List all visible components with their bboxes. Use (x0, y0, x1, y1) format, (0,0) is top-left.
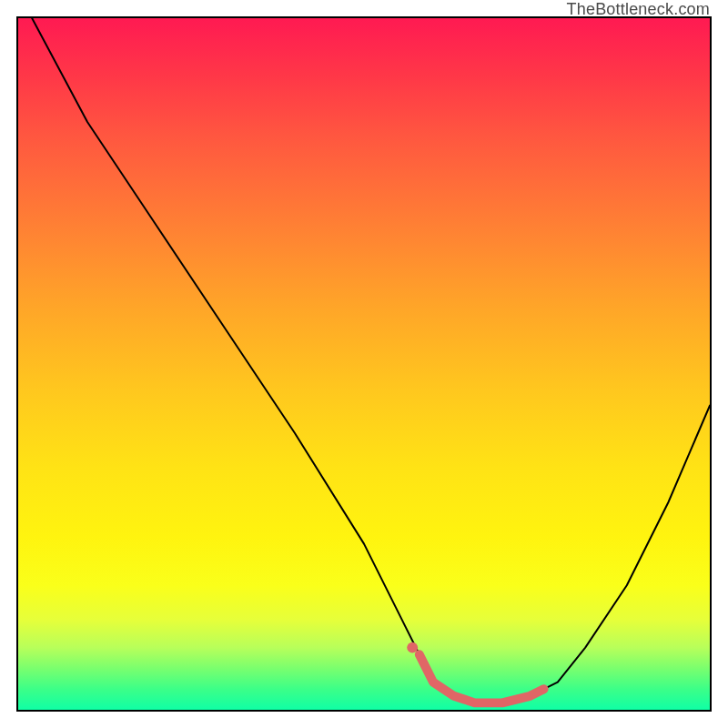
marker-dot (407, 642, 418, 653)
series-highlight (420, 654, 544, 703)
plot-area (16, 16, 712, 712)
chart-svg (18, 18, 710, 710)
chart-container: TheBottleneck.com (0, 0, 728, 728)
series-curve (32, 18, 710, 703)
